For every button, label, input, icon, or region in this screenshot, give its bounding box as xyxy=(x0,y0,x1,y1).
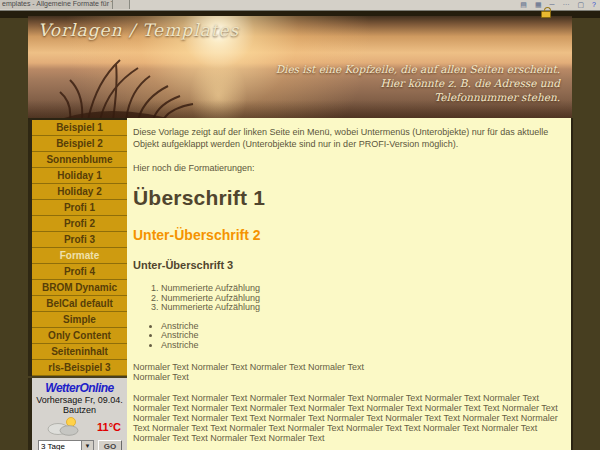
normal-text-line-2: Normaler Text xyxy=(133,372,563,382)
partly-cloudy-icon xyxy=(44,417,82,437)
page: emplates - Allgemeine Formate für Texte … xyxy=(0,0,600,450)
temperature-value: 11°C xyxy=(97,421,121,433)
sidebar-item-sonnenblume[interactable]: Sonnenblume xyxy=(32,152,127,167)
heading-1: Überschrift 1 xyxy=(133,186,563,210)
sidebar-item-profi-2[interactable]: Profi 2 xyxy=(32,216,127,231)
main-content: Diese Vorlage zeigt auf der linken Seite… xyxy=(127,118,573,450)
tagline-line-2: Hier könnte z. B. die Adresse und xyxy=(276,76,560,90)
weather-widget: WetterOnline Vorhersage Fr, 09.04. Bautz… xyxy=(28,378,127,450)
weather-forecast-line: Vorhersage Fr, 09.04. xyxy=(32,395,127,405)
dropdown-arrow-icon[interactable]: ▼ xyxy=(81,441,93,450)
browser-tab-title: emplates - Allgemeine Formate für Texte … xyxy=(0,0,112,8)
intro-paragraph: Diese Vorlage zeigt auf der linken Seite… xyxy=(133,126,563,150)
browser-bar: emplates - Allgemeine Formate für Texte … xyxy=(0,0,600,11)
browser-toolbar-icons: ▤ ▦ ─ ⋯ ▢ ? xyxy=(520,0,596,10)
formats-line: Hier noch die Formatierungen: xyxy=(133,163,563,173)
dots-icon[interactable]: ⋯ xyxy=(562,1,569,9)
sidebar-item-formate[interactable]: Formate xyxy=(32,248,127,263)
numbered-list-item: Nummerierte Aufzählung xyxy=(161,303,563,313)
sidebar-item-holiday-1[interactable]: Holiday 1 xyxy=(32,168,127,183)
heading-2: Unter-Überschrift 2 xyxy=(133,227,563,243)
normal-text-line-1: Normaler Text Normaler Text Normaler Tex… xyxy=(133,362,563,372)
normal-text-block: Normaler Text Normaler Text Normaler Tex… xyxy=(133,362,563,382)
site-title: Vorlagen / Templates xyxy=(38,20,239,40)
header-banner: Vorlagen / Templates Dies ist eine Kopfz… xyxy=(28,16,572,120)
sidebar-item-profi-3[interactable]: Profi 3 xyxy=(32,232,127,247)
bullet-list: Anstriche Anstriche Anstriche xyxy=(149,322,563,351)
help-icon[interactable]: ? xyxy=(592,1,596,9)
browser-tab[interactable]: emplates - Allgemeine Formate für Texte … xyxy=(0,0,113,9)
sidebar-item-seiteninhalt[interactable]: Seiteninhalt xyxy=(32,344,127,359)
sidebar-item-beispiel-1[interactable]: Beispiel 1 xyxy=(32,120,127,135)
bullet-list-item: Anstriche xyxy=(161,322,563,332)
sidebar-item-profi-4[interactable]: Profi 4 xyxy=(32,264,127,279)
lock-icon[interactable] xyxy=(541,7,552,18)
header-tagline: Dies ist eine Kopfzeile, die auf allen S… xyxy=(276,62,560,104)
document-icon[interactable]: ▢ xyxy=(577,1,584,9)
sidebar-item-simple[interactable]: Simple xyxy=(32,312,127,327)
bullet-list-item: Anstriche xyxy=(161,331,563,341)
forecast-range-select[interactable]: 3 Tage ▼ xyxy=(38,440,94,450)
page-icon[interactable]: ▤ xyxy=(520,1,527,9)
numbered-list: Nummerierte Aufzählung Nummerierte Aufzä… xyxy=(147,284,563,313)
tagline-line-1: Dies ist eine Kopfzeile, die auf allen S… xyxy=(276,62,560,76)
sidebar-item-holiday-2[interactable]: Holiday 2 xyxy=(32,184,127,199)
bullet-list-item: Anstriche xyxy=(161,341,563,351)
tagline-line-3: Telefonnummer stehen. xyxy=(276,90,560,104)
sidebar-item-profi-1[interactable]: Profi 1 xyxy=(32,200,127,215)
wetteronline-logo[interactable]: WetterOnline xyxy=(32,381,127,395)
lock-body xyxy=(541,11,551,18)
sidebar-item-only-content[interactable]: Only Content xyxy=(32,328,127,343)
sidebar-item-rls-beispiel-3[interactable]: rls-Beispiel 3 xyxy=(32,360,127,375)
sidebar-menu: Beispiel 1 Beispiel 2 Sonnenblume Holida… xyxy=(28,120,127,376)
sidebar-item-belcal-default[interactable]: BelCal default xyxy=(32,296,127,311)
forecast-range-value: 3 Tage xyxy=(39,441,81,450)
normal-text-paragraph: Normaler Text Normaler Text Normaler Tex… xyxy=(133,393,563,443)
browser-tab-stub[interactable] xyxy=(113,0,130,9)
sidebar-item-beispiel-2[interactable]: Beispiel 2 xyxy=(32,136,127,151)
weather-city: Bautzen xyxy=(32,405,127,415)
go-button[interactable]: GO xyxy=(98,440,122,450)
sidebar-item-brom-dynamic[interactable]: BROM Dynamic xyxy=(32,280,127,295)
heading-3: Unter-Überschrift 3 xyxy=(133,259,563,271)
